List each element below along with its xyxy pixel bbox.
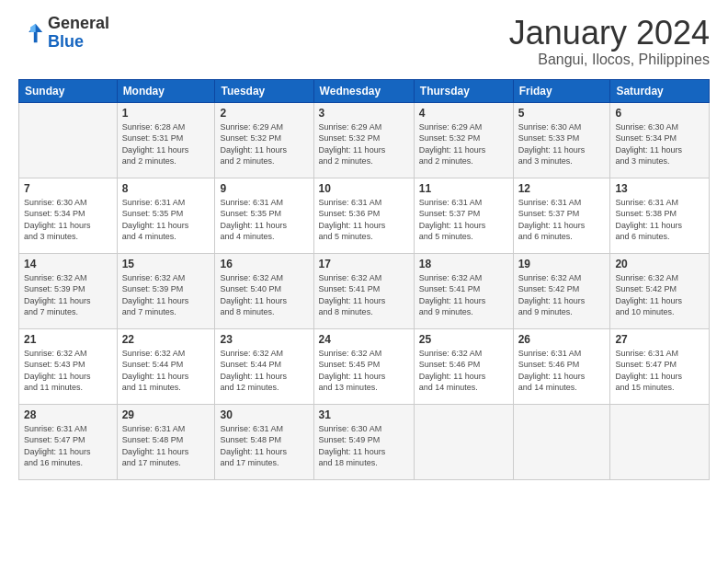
day-info: Sunrise: 6:31 AM Sunset: 5:35 PM Dayligh… <box>122 197 210 243</box>
table-row: 3Sunrise: 6:29 AM Sunset: 5:32 PM Daylig… <box>313 102 414 178</box>
table-row <box>414 404 513 479</box>
page: General Blue January 2024 Bangui, Ilocos… <box>0 0 728 563</box>
day-number: 19 <box>518 258 606 270</box>
day-info: Sunrise: 6:31 AM Sunset: 5:37 PM Dayligh… <box>518 197 606 243</box>
day-info: Sunrise: 6:32 AM Sunset: 5:46 PM Dayligh… <box>419 348 508 394</box>
day-info: Sunrise: 6:31 AM Sunset: 5:38 PM Dayligh… <box>615 197 704 243</box>
table-row: 15Sunrise: 6:32 AM Sunset: 5:39 PM Dayli… <box>117 253 215 328</box>
col-saturday: Saturday <box>610 79 710 102</box>
day-info: Sunrise: 6:32 AM Sunset: 5:39 PM Dayligh… <box>122 272 210 318</box>
table-row: 11Sunrise: 6:31 AM Sunset: 5:37 PM Dayli… <box>414 178 513 253</box>
calendar-week-row: 1Sunrise: 6:28 AM Sunset: 5:31 PM Daylig… <box>19 102 710 178</box>
day-info: Sunrise: 6:32 AM Sunset: 5:41 PM Dayligh… <box>319 272 409 318</box>
day-number: 3 <box>319 107 409 120</box>
table-row: 18Sunrise: 6:32 AM Sunset: 5:41 PM Dayli… <box>414 253 513 328</box>
day-number: 11 <box>419 182 508 195</box>
day-info: Sunrise: 6:32 AM Sunset: 5:41 PM Dayligh… <box>419 272 508 318</box>
table-row: 24Sunrise: 6:32 AM Sunset: 5:45 PM Dayli… <box>313 328 414 404</box>
logo-text: General Blue <box>48 15 109 52</box>
table-row: 13Sunrise: 6:31 AM Sunset: 5:38 PM Dayli… <box>610 178 710 253</box>
table-row: 5Sunrise: 6:30 AM Sunset: 5:33 PM Daylig… <box>513 102 610 178</box>
month-title: January 2024 <box>509 15 710 52</box>
day-number: 5 <box>518 107 606 120</box>
day-number: 26 <box>518 333 606 346</box>
day-number: 1 <box>122 107 210 120</box>
day-info: Sunrise: 6:32 AM Sunset: 5:44 PM Dayligh… <box>122 348 210 394</box>
day-number: 29 <box>122 408 210 421</box>
table-row: 25Sunrise: 6:32 AM Sunset: 5:46 PM Dayli… <box>414 328 513 404</box>
day-info: Sunrise: 6:30 AM Sunset: 5:34 PM Dayligh… <box>24 197 112 243</box>
day-info: Sunrise: 6:29 AM Sunset: 5:32 PM Dayligh… <box>419 121 508 167</box>
day-info: Sunrise: 6:30 AM Sunset: 5:33 PM Dayligh… <box>518 121 606 167</box>
table-row: 22Sunrise: 6:32 AM Sunset: 5:44 PM Dayli… <box>117 328 215 404</box>
day-number: 6 <box>615 107 704 120</box>
day-info: Sunrise: 6:32 AM Sunset: 5:40 PM Dayligh… <box>220 272 308 318</box>
day-info: Sunrise: 6:30 AM Sunset: 5:34 PM Dayligh… <box>615 121 704 167</box>
table-row <box>513 404 610 479</box>
calendar-week-row: 7Sunrise: 6:30 AM Sunset: 5:34 PM Daylig… <box>19 178 710 253</box>
day-info: Sunrise: 6:32 AM Sunset: 5:44 PM Dayligh… <box>220 348 308 394</box>
day-number: 20 <box>615 258 704 270</box>
calendar-table: Sunday Monday Tuesday Wednesday Thursday… <box>18 79 710 480</box>
col-thursday: Thursday <box>414 79 513 102</box>
day-info: Sunrise: 6:32 AM Sunset: 5:43 PM Dayligh… <box>24 348 112 394</box>
day-info: Sunrise: 6:31 AM Sunset: 5:36 PM Dayligh… <box>319 197 409 243</box>
table-row: 29Sunrise: 6:31 AM Sunset: 5:48 PM Dayli… <box>117 404 215 479</box>
day-number: 22 <box>122 333 210 346</box>
day-info: Sunrise: 6:32 AM Sunset: 5:39 PM Dayligh… <box>24 272 112 318</box>
day-info: Sunrise: 6:31 AM Sunset: 5:37 PM Dayligh… <box>419 197 508 243</box>
calendar-week-row: 14Sunrise: 6:32 AM Sunset: 5:39 PM Dayli… <box>19 253 710 328</box>
day-info: Sunrise: 6:31 AM Sunset: 5:35 PM Dayligh… <box>220 197 308 243</box>
day-number: 25 <box>419 333 508 346</box>
table-row: 17Sunrise: 6:32 AM Sunset: 5:41 PM Dayli… <box>313 253 414 328</box>
svg-marker-1 <box>30 24 36 32</box>
table-row: 30Sunrise: 6:31 AM Sunset: 5:48 PM Dayli… <box>215 404 313 479</box>
day-number: 24 <box>319 333 409 346</box>
table-row: 9Sunrise: 6:31 AM Sunset: 5:35 PM Daylig… <box>215 178 313 253</box>
table-row: 20Sunrise: 6:32 AM Sunset: 5:42 PM Dayli… <box>610 253 710 328</box>
table-row: 6Sunrise: 6:30 AM Sunset: 5:34 PM Daylig… <box>610 102 710 178</box>
location-title: Bangui, Ilocos, Philippines <box>509 52 710 68</box>
day-number: 15 <box>122 258 210 270</box>
table-row: 12Sunrise: 6:31 AM Sunset: 5:37 PM Dayli… <box>513 178 610 253</box>
calendar-header-row: Sunday Monday Tuesday Wednesday Thursday… <box>19 79 710 102</box>
table-row <box>19 102 118 178</box>
table-row <box>610 404 710 479</box>
day-info: Sunrise: 6:31 AM Sunset: 5:46 PM Dayligh… <box>518 348 606 394</box>
col-sunday: Sunday <box>19 79 118 102</box>
day-info: Sunrise: 6:32 AM Sunset: 5:42 PM Dayligh… <box>518 272 606 318</box>
table-row: 26Sunrise: 6:31 AM Sunset: 5:46 PM Dayli… <box>513 328 610 404</box>
col-tuesday: Tuesday <box>215 79 313 102</box>
day-info: Sunrise: 6:31 AM Sunset: 5:48 PM Dayligh… <box>220 423 308 469</box>
col-monday: Monday <box>117 79 215 102</box>
table-row: 28Sunrise: 6:31 AM Sunset: 5:47 PM Dayli… <box>19 404 118 479</box>
day-number: 13 <box>615 182 704 195</box>
day-info: Sunrise: 6:28 AM Sunset: 5:31 PM Dayligh… <box>122 121 210 167</box>
day-info: Sunrise: 6:30 AM Sunset: 5:49 PM Dayligh… <box>319 423 409 469</box>
day-number: 8 <box>122 182 210 195</box>
day-number: 4 <box>419 107 508 120</box>
col-wednesday: Wednesday <box>313 79 414 102</box>
day-number: 14 <box>24 258 112 270</box>
table-row: 4Sunrise: 6:29 AM Sunset: 5:32 PM Daylig… <box>414 102 513 178</box>
day-info: Sunrise: 6:29 AM Sunset: 5:32 PM Dayligh… <box>319 121 409 167</box>
day-number: 17 <box>319 258 409 270</box>
table-row: 8Sunrise: 6:31 AM Sunset: 5:35 PM Daylig… <box>117 178 215 253</box>
title-block: January 2024 Bangui, Ilocos, Philippines <box>509 15 710 68</box>
day-number: 12 <box>518 182 606 195</box>
day-number: 28 <box>24 408 112 421</box>
day-number: 27 <box>615 333 704 346</box>
calendar-week-row: 28Sunrise: 6:31 AM Sunset: 5:47 PM Dayli… <box>19 404 710 479</box>
day-number: 16 <box>220 258 308 270</box>
day-info: Sunrise: 6:29 AM Sunset: 5:32 PM Dayligh… <box>220 121 308 167</box>
table-row: 2Sunrise: 6:29 AM Sunset: 5:32 PM Daylig… <box>215 102 313 178</box>
logo-general: General <box>48 14 109 32</box>
day-number: 2 <box>220 107 308 120</box>
header: General Blue January 2024 Bangui, Ilocos… <box>18 15 710 68</box>
day-info: Sunrise: 6:31 AM Sunset: 5:47 PM Dayligh… <box>615 348 704 394</box>
day-number: 7 <box>24 182 112 195</box>
day-number: 30 <box>220 408 308 421</box>
table-row: 27Sunrise: 6:31 AM Sunset: 5:47 PM Dayli… <box>610 328 710 404</box>
table-row: 19Sunrise: 6:32 AM Sunset: 5:42 PM Dayli… <box>513 253 610 328</box>
day-info: Sunrise: 6:31 AM Sunset: 5:47 PM Dayligh… <box>24 423 112 469</box>
